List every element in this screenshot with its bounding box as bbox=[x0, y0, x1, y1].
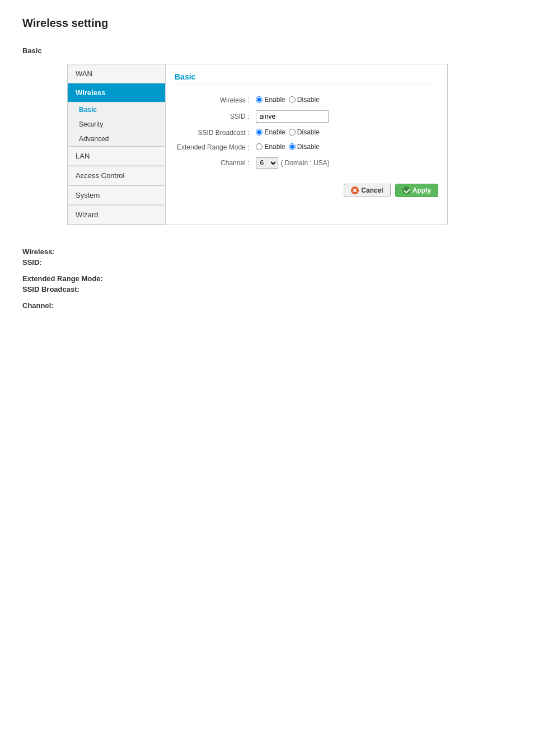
wireless-enable-radio[interactable] bbox=[256, 96, 263, 103]
desc-gap-2 bbox=[22, 296, 512, 301]
page-title: Wireless setting bbox=[22, 17, 512, 30]
extended-range-desc: Extended Range Mode: bbox=[22, 274, 512, 283]
ssid-cell bbox=[254, 108, 438, 125]
ssid-broadcast-enable-label[interactable]: Enable bbox=[256, 128, 285, 136]
cancel-icon bbox=[351, 186, 359, 194]
channel-select[interactable]: 6 1 2 3 4 5 7 8 9 10 11 bbox=[256, 157, 278, 169]
extended-range-options: Enable Disable bbox=[254, 140, 438, 155]
wireless-row: Wireless : Enable Disable bbox=[175, 93, 438, 108]
sidebar-item-wan[interactable]: WAN bbox=[68, 64, 165, 83]
extended-range-radio-group: Enable Disable bbox=[256, 143, 319, 151]
channel-desc: Channel: bbox=[22, 301, 512, 310]
sidebar-subitem-basic[interactable]: Basic bbox=[68, 102, 165, 117]
wireless-disable-radio[interactable] bbox=[289, 96, 296, 103]
ssid-broadcast-desc: SSID Broadcast: bbox=[22, 285, 512, 293]
extended-enable-label[interactable]: Enable bbox=[256, 143, 285, 151]
sidebar-item-system[interactable]: System bbox=[68, 186, 165, 205]
sidebar-item-wireless[interactable]: Wireless bbox=[68, 83, 165, 102]
main-content: Basic Wireless : Enable bbox=[166, 64, 447, 225]
section-label: Basic bbox=[22, 46, 512, 55]
ssid-label: SSID : bbox=[175, 108, 254, 125]
channel-label: Channel : bbox=[175, 155, 254, 171]
wireless-disable-label[interactable]: Disable bbox=[289, 96, 320, 104]
sidebar-item-lan[interactable]: LAN bbox=[68, 147, 165, 166]
settings-form: Wireless : Enable Disable bbox=[175, 93, 438, 171]
wireless-options: Enable Disable bbox=[254, 93, 438, 108]
ssid-broadcast-radio-group: Enable Disable bbox=[256, 128, 319, 136]
ssid-broadcast-disable-radio[interactable] bbox=[289, 129, 296, 136]
ssid-desc: SSID: bbox=[22, 258, 512, 267]
wireless-enable-label[interactable]: Enable bbox=[256, 96, 285, 104]
extended-range-label: Extended Range Mode : bbox=[175, 140, 254, 155]
sidebar-item-wizard[interactable]: Wizard bbox=[68, 206, 165, 225]
cancel-button[interactable]: Cancel bbox=[344, 184, 390, 197]
ssid-broadcast-options: Enable Disable bbox=[254, 125, 438, 140]
wireless-label: Wireless : bbox=[175, 93, 254, 108]
extended-enable-radio[interactable] bbox=[256, 143, 263, 150]
router-panel: WAN Wireless Basic Security Advanced LAN… bbox=[67, 64, 448, 225]
ssid-broadcast-row: SSID Broadcast : Enable Disable bbox=[175, 125, 438, 140]
content-title: Basic bbox=[175, 72, 438, 85]
wireless-radio-group: Enable Disable bbox=[256, 96, 319, 104]
ssid-broadcast-disable-label[interactable]: Disable bbox=[289, 128, 320, 136]
ssid-broadcast-enable-radio[interactable] bbox=[256, 129, 263, 136]
ssid-input[interactable] bbox=[256, 110, 329, 123]
extended-range-row: Extended Range Mode : Enable Disable bbox=[175, 140, 438, 155]
channel-cell: 6 1 2 3 4 5 7 8 9 10 11 bbox=[254, 155, 438, 171]
wireless-desc: Wireless: bbox=[22, 248, 512, 256]
sidebar-item-access-control[interactable]: Access Control bbox=[68, 166, 165, 185]
sidebar: WAN Wireless Basic Security Advanced LAN… bbox=[68, 64, 166, 225]
apply-icon bbox=[402, 186, 410, 194]
desc-gap-1 bbox=[22, 269, 512, 274]
sidebar-subitem-advanced[interactable]: Advanced bbox=[68, 132, 165, 146]
apply-button[interactable]: Apply bbox=[395, 184, 438, 197]
extended-disable-label[interactable]: Disable bbox=[289, 143, 320, 151]
channel-controls: 6 1 2 3 4 5 7 8 9 10 11 bbox=[256, 157, 436, 169]
sidebar-subitem-security[interactable]: Security bbox=[68, 117, 165, 132]
ssid-broadcast-label: SSID Broadcast : bbox=[175, 125, 254, 140]
button-row: Cancel Apply bbox=[175, 180, 438, 197]
extended-disable-radio[interactable] bbox=[289, 143, 296, 150]
ssid-row: SSID : bbox=[175, 108, 438, 125]
channel-domain: ( Domain : USA) bbox=[280, 159, 329, 167]
description-section: Wireless: SSID: Extended Range Mode: SSI… bbox=[22, 248, 512, 310]
channel-row: Channel : 6 1 2 3 4 5 7 8 bbox=[175, 155, 438, 171]
